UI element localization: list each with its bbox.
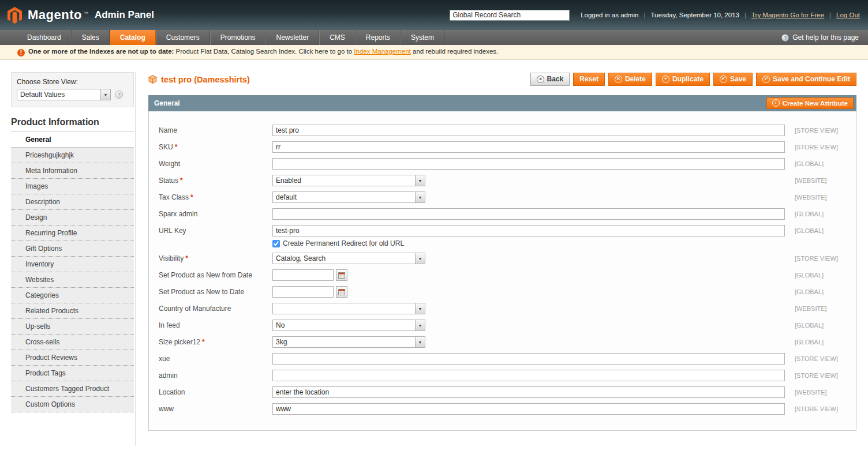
field-input-admin[interactable] xyxy=(272,370,785,381)
sidebar-item-design[interactable]: Design xyxy=(11,210,134,226)
field-date-input-set-product-as-new-to-date[interactable] xyxy=(272,286,334,298)
select-value: Enabled xyxy=(273,175,415,186)
redirect-checkbox-label: Create Permanent Redirect for old URL xyxy=(283,239,404,247)
sidebar-item-recurring-profile[interactable]: Recurring Profile xyxy=(11,226,134,241)
sidebar-item-cross-sells[interactable]: Cross-sells xyxy=(11,335,134,350)
page-body: Choose Store View: Default Values ▼ ? Pr… xyxy=(0,60,868,462)
calendar-icon[interactable] xyxy=(336,286,347,298)
field-label-location: Location xyxy=(159,388,185,396)
sidebar-item-general[interactable]: General xyxy=(11,132,134,148)
chevron-down-icon: ▼ xyxy=(415,192,425,202)
nav-item-newsletter[interactable]: Newsletter xyxy=(265,30,319,45)
save-button[interactable]: ✔ Save xyxy=(713,73,753,86)
sidebar-item-product-reviews[interactable]: Product Reviews xyxy=(11,350,134,366)
create-new-attribute-button[interactable]: + Create New Attribute xyxy=(766,97,854,109)
store-view-select[interactable]: Default Values ▼ xyxy=(17,89,111,100)
sidebar-item-gift-options[interactable]: Gift Options xyxy=(11,241,134,257)
field-label-status: Status xyxy=(159,176,178,185)
sidebar-item-inventory[interactable]: Inventory xyxy=(11,257,134,272)
nav-item-cms[interactable]: CMS xyxy=(319,30,356,45)
field-select-in-feed[interactable]: No▼ xyxy=(272,320,425,331)
field-input-sparx-admin[interactable] xyxy=(272,208,785,220)
duplicate-button[interactable]: + Duplicate xyxy=(656,73,710,86)
get-help-link[interactable]: ? Get help for this page xyxy=(781,30,859,45)
scope-label: [GLOBAL] xyxy=(795,158,856,167)
chevron-down-icon: ▼ xyxy=(415,337,425,347)
action-buttons: ◂ Back Reset ✕ Delete + Duplicate ✔ Save xyxy=(530,73,856,86)
select-value xyxy=(273,303,415,314)
field-input-www[interactable] xyxy=(272,403,785,415)
store-view-help-icon[interactable]: ? xyxy=(115,91,123,99)
chevron-down-icon: ▼ xyxy=(415,320,425,330)
field-input-url-key[interactable] xyxy=(272,225,785,236)
field-label-tax-class: Tax Class xyxy=(159,193,189,201)
product-icon xyxy=(148,75,157,84)
field-label-country-of-manufacture: Country of Manufacture xyxy=(159,305,231,313)
field-select-status[interactable]: Enabled▼ xyxy=(272,175,425,186)
form-row-sparx-admin: Sparx admin[GLOBAL] xyxy=(159,208,856,220)
try-magento-go-link[interactable]: Try Magento Go for Free xyxy=(751,12,824,18)
scope-label: [STORE VIEW] xyxy=(795,353,856,362)
chevron-down-icon: ▼ xyxy=(415,253,425,264)
scope-label: [STORE VIEW] xyxy=(795,253,856,262)
sidebar-item-images[interactable]: Images xyxy=(11,179,134,194)
nav-item-promotions[interactable]: Promotions xyxy=(210,30,266,45)
field-input-xue[interactable] xyxy=(272,353,785,365)
field-label-weight: Weight xyxy=(159,160,180,168)
field-input-weight[interactable] xyxy=(272,158,785,170)
field-label-www: www xyxy=(159,405,174,413)
field-input-name[interactable] xyxy=(272,125,785,136)
sidebar-item-up-sells[interactable]: Up-sells xyxy=(11,319,134,335)
save-continue-button[interactable]: ✔ Save and Continue Edit xyxy=(756,73,856,86)
title-row: test pro (Damesshirts) ◂ Back Reset ✕ De… xyxy=(148,73,856,86)
sidebar: Choose Store View: Default Values ▼ ? Pr… xyxy=(11,72,136,446)
header-right: Logged in as admin | Tuesday, September … xyxy=(450,10,860,21)
field-select-visibility[interactable]: Catalog, Search▼ xyxy=(272,253,425,264)
form-row-set-product-as-new-to-date: Set Product as New to Date[GLOBAL] xyxy=(159,286,856,298)
get-help-label: Get help for this page xyxy=(792,33,859,42)
sidebar-menu: GeneralPriceshgujkghjkMeta InformationIm… xyxy=(11,132,134,412)
nav-item-reports[interactable]: Reports xyxy=(356,30,401,45)
calendar-icon[interactable] xyxy=(336,269,347,281)
select-value: default xyxy=(273,192,415,202)
field-select-size-picker12[interactable]: 3kg▼ xyxy=(272,336,425,348)
nav-item-customers[interactable]: Customers xyxy=(156,30,210,45)
nav-item-dashboard[interactable]: Dashboard xyxy=(17,30,72,45)
magento-logo-icon xyxy=(7,6,23,24)
form-row-visibility: Visibility*Catalog, Search▼[STORE VIEW] xyxy=(159,253,856,264)
redirect-checkbox[interactable] xyxy=(272,240,280,247)
reset-button[interactable]: Reset xyxy=(573,73,605,86)
save-label: Save xyxy=(730,75,746,83)
form-row-name: Name[STORE VIEW] xyxy=(159,125,856,136)
magento-logo: Magento ™ Admin Panel xyxy=(7,6,154,24)
field-date-input-set-product-as-new-from-date[interactable] xyxy=(272,269,334,281)
form-row-admin: admin[STORE VIEW] xyxy=(159,370,856,381)
field-input-sku[interactable] xyxy=(272,141,785,153)
delete-button[interactable]: ✕ Delete xyxy=(608,73,652,86)
log-out-link[interactable]: Log Out xyxy=(836,12,860,18)
sidebar-item-meta-information[interactable]: Meta Information xyxy=(11,163,134,179)
field-input-location[interactable] xyxy=(272,386,785,398)
sidebar-item-websites[interactable]: Websites xyxy=(11,272,134,288)
sidebar-item-product-tags[interactable]: Product Tags xyxy=(11,366,134,381)
sidebar-item-description[interactable]: Description xyxy=(11,194,134,210)
separator: | xyxy=(744,12,746,18)
nav-item-catalog[interactable]: Catalog xyxy=(110,30,156,45)
sidebar-item-customers-tagged-product[interactable]: Customers Tagged Product xyxy=(11,381,134,397)
required-asterisk: * xyxy=(180,176,183,185)
field-label-name: Name xyxy=(159,126,177,134)
nav-item-sales[interactable]: Sales xyxy=(72,30,110,45)
duplicate-label: Duplicate xyxy=(672,75,704,83)
field-label-sparx-admin: Sparx admin xyxy=(159,210,197,218)
global-search-input[interactable] xyxy=(450,10,570,21)
nav-item-system[interactable]: System xyxy=(401,30,444,45)
sidebar-item-categories[interactable]: Categories xyxy=(11,288,134,303)
back-button[interactable]: ◂ Back xyxy=(530,73,570,86)
index-management-link[interactable]: Index Management xyxy=(354,48,410,55)
sidebar-item-related-products[interactable]: Related Products xyxy=(11,303,134,319)
sidebar-item-priceshgujkghjk[interactable]: Priceshgujkghjk xyxy=(11,148,134,163)
field-select-country-of-manufacture[interactable]: ▼ xyxy=(272,303,425,314)
check-icon: ✔ xyxy=(762,76,770,83)
sidebar-item-custom-options[interactable]: Custom Options xyxy=(11,397,134,412)
field-select-tax-class[interactable]: default▼ xyxy=(272,191,425,203)
